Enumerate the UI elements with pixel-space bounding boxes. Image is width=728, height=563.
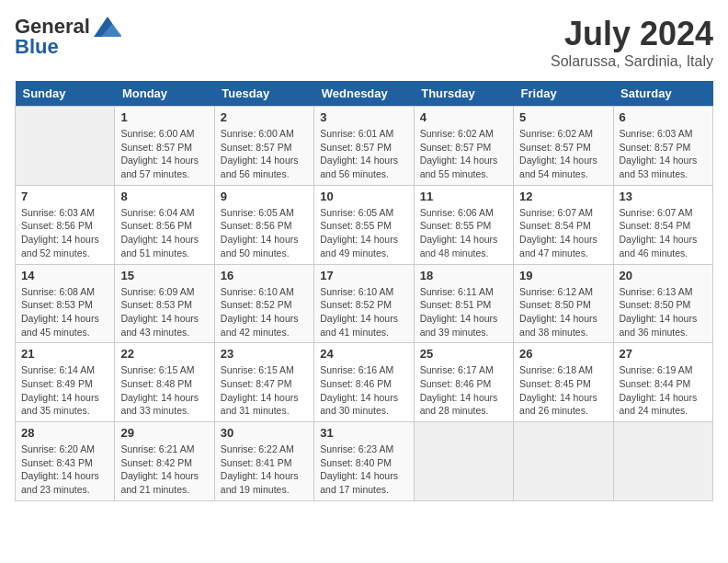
day-number: 13 (620, 190, 707, 203)
calendar-day-header: Wednesday (314, 81, 414, 107)
day-number: 9 (221, 190, 308, 203)
day-number: 19 (519, 269, 607, 282)
day-info: Sunrise: 6:15 AMSunset: 8:48 PMDaylight:… (120, 363, 208, 418)
calendar-cell: 2 Sunrise: 6:00 AMSunset: 8:57 PMDayligh… (214, 107, 313, 186)
calendar-cell: 9 Sunrise: 6:05 AMSunset: 8:56 PMDayligh… (214, 185, 313, 264)
calendar-cell: 7 Sunrise: 6:03 AMSunset: 8:56 PMDayligh… (16, 185, 115, 264)
day-info: Sunrise: 6:23 AMSunset: 8:40 PMDaylight:… (320, 442, 407, 497)
logo-blue-text: Blue (15, 35, 59, 59)
calendar-cell: 13 Sunrise: 6:07 AMSunset: 8:54 PMDaylig… (613, 185, 712, 264)
day-number: 18 (420, 269, 507, 282)
calendar-cell: 31 Sunrise: 6:23 AMSunset: 8:40 PMDaylig… (314, 422, 414, 501)
calendar-cell: 24 Sunrise: 6:16 AMSunset: 8:46 PMDaylig… (314, 343, 414, 422)
calendar-day-header: Saturday (613, 81, 712, 107)
day-number: 26 (519, 347, 607, 361)
day-number: 8 (120, 190, 208, 203)
day-info: Sunrise: 6:11 AMSunset: 8:51 PMDaylight:… (420, 285, 507, 339)
calendar-cell: 22 Sunrise: 6:15 AMSunset: 8:48 PMDaylig… (115, 343, 214, 422)
day-number: 25 (420, 347, 507, 361)
logo: General Blue (15, 15, 121, 59)
calendar-cell (16, 107, 115, 186)
calendar-week-row: 28 Sunrise: 6:20 AMSunset: 8:43 PMDaylig… (16, 422, 713, 501)
calendar-subtitle: Solarussa, Sardinia, Italy (551, 53, 713, 70)
day-number: 20 (620, 269, 707, 282)
day-number: 3 (320, 110, 407, 124)
calendar-cell: 17 Sunrise: 6:10 AMSunset: 8:52 PMDaylig… (314, 264, 414, 343)
calendar-cell: 25 Sunrise: 6:17 AMSunset: 8:46 PMDaylig… (414, 343, 513, 422)
calendar-cell: 10 Sunrise: 6:05 AMSunset: 8:55 PMDaylig… (314, 185, 414, 264)
day-info: Sunrise: 6:12 AMSunset: 8:50 PMDaylight:… (519, 285, 607, 339)
calendar-cell (414, 422, 513, 501)
day-info: Sunrise: 6:03 AMSunset: 8:56 PMDaylight:… (21, 206, 108, 260)
day-info: Sunrise: 6:07 AMSunset: 8:54 PMDaylight:… (620, 206, 707, 260)
calendar-cell: 23 Sunrise: 6:15 AMSunset: 8:47 PMDaylig… (214, 343, 313, 422)
day-info: Sunrise: 6:03 AMSunset: 8:57 PMDaylight:… (620, 127, 707, 181)
day-number: 24 (320, 347, 407, 361)
calendar-cell (514, 422, 613, 501)
calendar-day-header: Thursday (414, 81, 513, 107)
calendar-cell: 27 Sunrise: 6:19 AMSunset: 8:44 PMDaylig… (613, 343, 712, 422)
day-info: Sunrise: 6:00 AMSunset: 8:57 PMDaylight:… (120, 127, 208, 181)
day-number: 5 (519, 110, 607, 124)
calendar-cell: 21 Sunrise: 6:14 AMSunset: 8:49 PMDaylig… (16, 343, 115, 422)
day-info: Sunrise: 6:02 AMSunset: 8:57 PMDaylight:… (420, 127, 507, 181)
day-info: Sunrise: 6:20 AMSunset: 8:43 PMDaylight:… (21, 442, 108, 497)
calendar-day-header: Monday (115, 81, 214, 107)
calendar-cell (613, 422, 712, 501)
day-info: Sunrise: 6:05 AMSunset: 8:55 PMDaylight:… (320, 206, 407, 260)
day-info: Sunrise: 6:07 AMSunset: 8:54 PMDaylight:… (519, 206, 607, 260)
day-number: 7 (21, 190, 108, 203)
calendar-cell: 19 Sunrise: 6:12 AMSunset: 8:50 PMDaylig… (514, 264, 613, 343)
day-number: 1 (120, 110, 208, 124)
day-info: Sunrise: 6:10 AMSunset: 8:52 PMDaylight:… (221, 285, 308, 339)
calendar-cell: 18 Sunrise: 6:11 AMSunset: 8:51 PMDaylig… (414, 264, 513, 343)
day-info: Sunrise: 6:00 AMSunset: 8:57 PMDaylight:… (221, 127, 308, 181)
calendar-cell: 20 Sunrise: 6:13 AMSunset: 8:50 PMDaylig… (613, 264, 712, 343)
day-info: Sunrise: 6:18 AMSunset: 8:45 PMDaylight:… (519, 363, 607, 418)
title-block: July 2024 Solarussa, Sardinia, Italy (551, 15, 713, 70)
day-info: Sunrise: 6:17 AMSunset: 8:46 PMDaylight:… (420, 363, 507, 418)
calendar-title: July 2024 (551, 15, 713, 53)
day-info: Sunrise: 6:06 AMSunset: 8:55 PMDaylight:… (420, 206, 507, 260)
logo-icon (94, 17, 121, 37)
page-header: General Blue July 2024 Solarussa, Sardin… (15, 15, 713, 70)
day-number: 28 (21, 426, 108, 440)
calendar-cell: 14 Sunrise: 6:08 AMSunset: 8:53 PMDaylig… (16, 264, 115, 343)
day-info: Sunrise: 6:15 AMSunset: 8:47 PMDaylight:… (221, 363, 308, 418)
day-info: Sunrise: 6:04 AMSunset: 8:56 PMDaylight:… (120, 206, 208, 260)
day-number: 23 (221, 347, 308, 361)
calendar-cell: 3 Sunrise: 6:01 AMSunset: 8:57 PMDayligh… (314, 107, 414, 186)
day-info: Sunrise: 6:13 AMSunset: 8:50 PMDaylight:… (620, 285, 707, 339)
calendar-cell: 5 Sunrise: 6:02 AMSunset: 8:57 PMDayligh… (514, 107, 613, 186)
calendar-cell: 8 Sunrise: 6:04 AMSunset: 8:56 PMDayligh… (115, 185, 214, 264)
day-number: 30 (221, 426, 308, 440)
calendar-day-header: Friday (514, 81, 613, 107)
calendar-day-header: Sunday (16, 81, 115, 107)
calendar-cell: 16 Sunrise: 6:10 AMSunset: 8:52 PMDaylig… (214, 264, 313, 343)
day-number: 21 (21, 347, 108, 361)
calendar-cell: 4 Sunrise: 6:02 AMSunset: 8:57 PMDayligh… (414, 107, 513, 186)
calendar-week-row: 21 Sunrise: 6:14 AMSunset: 8:49 PMDaylig… (16, 343, 713, 422)
calendar-cell: 30 Sunrise: 6:22 AMSunset: 8:41 PMDaylig… (214, 422, 313, 501)
calendar-cell: 15 Sunrise: 6:09 AMSunset: 8:53 PMDaylig… (115, 264, 214, 343)
day-number: 27 (620, 347, 707, 361)
calendar-week-row: 1 Sunrise: 6:00 AMSunset: 8:57 PMDayligh… (16, 107, 713, 186)
calendar-week-row: 14 Sunrise: 6:08 AMSunset: 8:53 PMDaylig… (16, 264, 713, 343)
day-number: 11 (420, 190, 507, 203)
calendar-cell: 1 Sunrise: 6:00 AMSunset: 8:57 PMDayligh… (115, 107, 214, 186)
day-info: Sunrise: 6:16 AMSunset: 8:46 PMDaylight:… (320, 363, 407, 418)
calendar-table: SundayMondayTuesdayWednesdayThursdayFrid… (15, 81, 713, 501)
day-number: 22 (120, 347, 208, 361)
calendar-week-row: 7 Sunrise: 6:03 AMSunset: 8:56 PMDayligh… (16, 185, 713, 264)
day-number: 12 (519, 190, 607, 203)
day-number: 6 (620, 110, 707, 124)
calendar-cell: 11 Sunrise: 6:06 AMSunset: 8:55 PMDaylig… (414, 185, 513, 264)
day-info: Sunrise: 6:22 AMSunset: 8:41 PMDaylight:… (221, 442, 308, 497)
calendar-day-header: Tuesday (214, 81, 313, 107)
day-info: Sunrise: 6:02 AMSunset: 8:57 PMDaylight:… (519, 127, 607, 181)
day-info: Sunrise: 6:21 AMSunset: 8:42 PMDaylight:… (120, 442, 208, 497)
calendar-cell: 26 Sunrise: 6:18 AMSunset: 8:45 PMDaylig… (514, 343, 613, 422)
day-number: 29 (120, 426, 208, 440)
day-number: 15 (120, 269, 208, 282)
day-number: 31 (320, 426, 407, 440)
